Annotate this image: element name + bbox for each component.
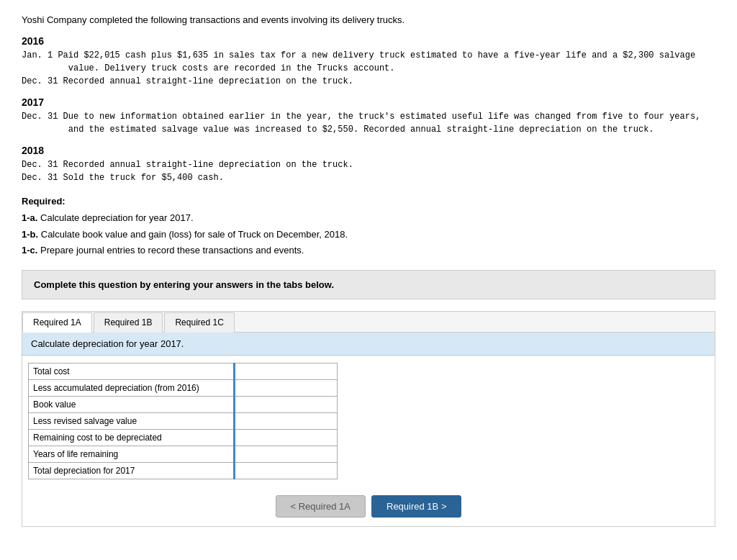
tab-1a-content: Calculate depreciation for year 2017. To… bbox=[22, 333, 715, 526]
row-label-3: Less revised salvage value bbox=[29, 413, 235, 430]
prev-button[interactable]: < Required 1A bbox=[276, 495, 366, 518]
transactions-2018: Dec. 31 Recorded annual straight-line de… bbox=[22, 158, 715, 184]
input-field-6[interactable] bbox=[235, 463, 337, 479]
input-field-1[interactable] bbox=[235, 380, 337, 396]
row-label-6: Total depreciation for 2017 bbox=[29, 463, 235, 479]
req-1c-text: Prepare journal entries to record these … bbox=[40, 245, 304, 256]
row-label-0: Total cost bbox=[29, 363, 235, 380]
row-label-5: Years of life remaining bbox=[29, 446, 235, 463]
year-2016-heading: 2016 bbox=[22, 35, 715, 47]
req-1b-text: Calculate book value and gain (loss) for… bbox=[41, 229, 348, 240]
required-section: Required: 1-a. Calculate depreciation fo… bbox=[22, 194, 715, 258]
instruction-box: Complete this question by entering your … bbox=[22, 270, 715, 299]
row-input-2[interactable] bbox=[235, 397, 338, 413]
row-input-5[interactable] bbox=[235, 446, 338, 463]
intro-text: Yoshi Company completed the following tr… bbox=[22, 14, 715, 25]
req-1a-label: 1-a. bbox=[22, 212, 37, 223]
row-label-4: Remaining cost to be depreciated bbox=[29, 430, 235, 446]
tab-1b[interactable]: Required 1B bbox=[94, 312, 163, 333]
row-input-6[interactable] bbox=[235, 463, 338, 479]
tab-1a[interactable]: Required 1A bbox=[22, 312, 92, 333]
transactions-2017: Dec. 31 Due to new information obtained … bbox=[22, 110, 715, 136]
input-field-5[interactable] bbox=[235, 446, 337, 462]
input-field-3[interactable] bbox=[235, 413, 337, 429]
depreciation-table: Total costLess accumulated depreciation … bbox=[28, 363, 338, 479]
next-button[interactable]: Required 1B > bbox=[371, 495, 461, 518]
required-title: Required: bbox=[22, 196, 65, 207]
input-field-0[interactable] bbox=[235, 363, 337, 379]
transactions-2016: Jan. 1 Paid $22,015 cash plus $1,635 in … bbox=[22, 49, 715, 88]
req-1a-text: Calculate depreciation for year 2017. bbox=[40, 212, 193, 223]
tabs-container: Required 1A Required 1B Required 1C Calc… bbox=[22, 311, 715, 527]
row-input-0[interactable] bbox=[235, 363, 338, 380]
nav-buttons: < Required 1A Required 1B > bbox=[22, 487, 715, 526]
year-2017-heading: 2017 bbox=[22, 96, 715, 108]
req-1c-label: 1-c. bbox=[22, 245, 37, 256]
req-1b-label: 1-b. bbox=[22, 229, 38, 240]
row-input-1[interactable] bbox=[235, 380, 338, 397]
tab-description: Calculate depreciation for year 2017. bbox=[22, 333, 715, 356]
row-input-3[interactable] bbox=[235, 413, 338, 430]
input-field-2[interactable] bbox=[235, 397, 337, 412]
tab-1c[interactable]: Required 1C bbox=[164, 312, 234, 333]
row-label-2: Book value bbox=[29, 397, 235, 413]
row-label-1: Less accumulated depreciation (from 2016… bbox=[29, 380, 235, 397]
tabs-header: Required 1A Required 1B Required 1C bbox=[22, 312, 715, 333]
input-field-4[interactable] bbox=[235, 430, 337, 446]
year-2018-heading: 2018 bbox=[22, 145, 715, 156]
row-input-4[interactable] bbox=[235, 430, 338, 446]
